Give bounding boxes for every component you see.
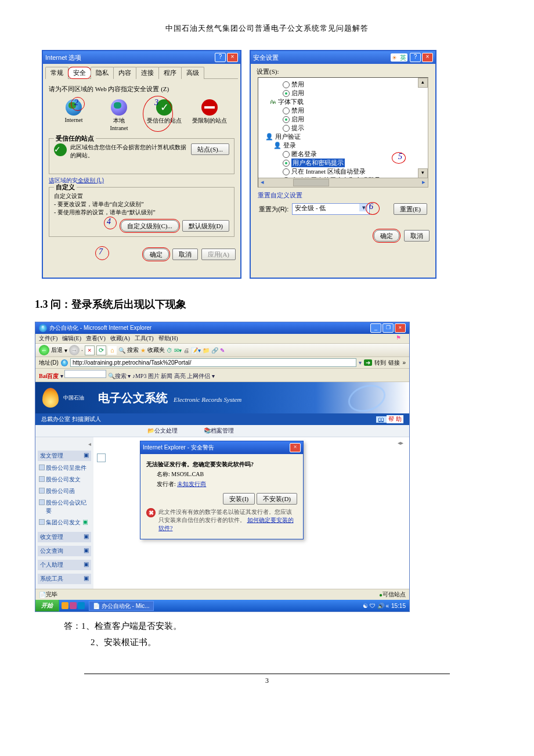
clock: 15:15	[391, 603, 406, 609]
sidebar-group-query[interactable]: 公文查询▣	[38, 546, 91, 556]
close-icon[interactable]: ×	[227, 53, 238, 62]
start-button[interactable]: 开始	[35, 600, 59, 611]
company-logo-icon	[42, 388, 59, 408]
titlebar[interactable]: 安全设置 ☀,英 ? ×	[251, 51, 435, 64]
back-button[interactable]: ←	[39, 345, 49, 355]
sidebar-item[interactable]: 股份公司发文	[38, 474, 91, 485]
sidebar-item[interactable]: 股份公司呈批件	[38, 462, 91, 474]
reset-button[interactable]: 重置(E)	[394, 203, 427, 215]
radio-icon[interactable]	[283, 90, 290, 97]
radio-icon[interactable]	[283, 125, 290, 132]
tab-content[interactable]: 内容	[113, 67, 136, 79]
company-name: 中国石油	[63, 394, 84, 402]
tab-strip: 常规 安全 隐私 内容 连接 程序 高级	[45, 66, 238, 79]
publisher-link[interactable]: 未知发行商	[177, 481, 206, 487]
taskbar-item[interactable]: 📄 办公自动化 - Mic...	[89, 601, 154, 611]
sites-button[interactable]: 站点(S)...	[191, 143, 229, 155]
reset-custom-label: 重置自定义设置	[258, 191, 428, 200]
default-level-button[interactable]: 默认级别(D)	[182, 220, 229, 232]
install-button[interactable]: 安装(I)	[223, 493, 255, 505]
sidebar-group-send[interactable]: 发文管理▣	[38, 451, 91, 461]
browser-icon: e	[39, 324, 47, 332]
stop-icon[interactable]: ×	[85, 345, 95, 355]
tab-connections[interactable]: 连接	[136, 67, 159, 79]
reset-level-combo[interactable]: 安全级 - 低	[292, 203, 370, 215]
sidebar-group-personal[interactable]: 个人助理▣	[38, 560, 91, 570]
dialog-title: Internet 选项	[45, 53, 214, 62]
portal-title-cn: 电子公文系统	[98, 390, 168, 406]
zone-internet[interactable]: Internet	[53, 99, 94, 131]
close-icon[interactable]: ×	[290, 443, 301, 452]
dialog-title: Internet Explorer - 安全警告	[143, 444, 288, 452]
cancel-button[interactable]: 取消	[404, 230, 430, 242]
sidebar-item[interactable]: 股份公司函	[38, 485, 91, 497]
question-1-3-heading: 1.3 问：登录系统后出现以下现象	[35, 297, 499, 311]
reset-to-label: 重置为(R):	[259, 205, 288, 214]
collapse-icon[interactable]: ◂	[38, 441, 91, 447]
help-link[interactable]: 🕮	[376, 416, 387, 423]
close-icon[interactable]: ×	[395, 323, 406, 333]
apply-button[interactable]: 应用(A)	[201, 249, 236, 260]
forward-button[interactable]: →	[69, 345, 80, 355]
link-icon[interactable]: 🔗	[211, 347, 218, 354]
tab-privacy[interactable]: 隐私	[91, 67, 114, 79]
user-icon: 👤	[273, 141, 282, 150]
zone-restricted-sites[interactable]: 受限制的站点	[189, 99, 230, 131]
help-icon[interactable]: ?	[410, 53, 421, 62]
ok-button[interactable]: 确定	[143, 249, 169, 260]
scroll-down-icon[interactable]: ▾	[418, 168, 428, 178]
zone-local-intranet[interactable]: 本地 Intranet	[99, 99, 139, 131]
sidebar-item[interactable]: 股份公司会议纪要	[38, 497, 91, 517]
sidebar-group-tools[interactable]: 系统工具▣	[38, 574, 91, 584]
portal-sidebar: ◂ 发文管理▣ 股份公司呈批件 股份公司发文 股份公司函 股份公司会议纪要 集团…	[35, 437, 93, 589]
print-icon[interactable]: 🖨	[183, 347, 189, 354]
option-userpass-prompt: 用户名和密码提示	[291, 159, 345, 167]
mail-icon[interactable]: ✉▾	[174, 347, 182, 354]
radio-icon[interactable]	[283, 116, 290, 123]
refresh-icon[interactable]: ⟳	[96, 345, 106, 355]
empty-checkbox-icon[interactable]	[97, 453, 106, 462]
history-icon[interactable]: ⏱	[167, 347, 172, 354]
radio-icon[interactable]	[283, 160, 290, 167]
settings-tree[interactable]: 禁用 启用 🗛字体下载 禁用 启用 提示 👤用户验证 👤登录 匿名登录 用户名和…	[258, 77, 428, 188]
tray-icons[interactable]: ☯ 🛡 🔊 «	[363, 603, 389, 609]
titlebar[interactable]: Internet Explorer - 安全警告 ×	[140, 441, 303, 454]
tab-security[interactable]: 安全	[68, 67, 91, 79]
help-icon[interactable]: ?	[215, 53, 226, 62]
dont-install-button[interactable]: 不安装(D)	[257, 493, 297, 505]
tab-general[interactable]: 常规	[45, 67, 68, 79]
custom-level-button[interactable]: 自定义级别(C)...	[121, 220, 179, 232]
answer-line-1: 答：1、检查客户端是否安装。	[64, 618, 499, 634]
radio-icon[interactable]	[283, 168, 290, 175]
toolbar: ← 后退▾ → · × ⟳ ⌂ 🔍搜索 ★收藏夹 ⏱ ✉▾ 🖨 📝▾ 📁 🔗 ✎	[35, 344, 409, 357]
radio-icon[interactable]	[283, 81, 290, 88]
folder-icon[interactable]: 📁	[203, 347, 210, 354]
ie-titlebar[interactable]: e 办公自动化 - Microsoft Internet Explorer _ …	[35, 322, 409, 334]
quick-launch-icon[interactable]	[62, 602, 68, 609]
close-icon[interactable]: ×	[422, 53, 433, 62]
tab-programs[interactable]: 程序	[158, 67, 182, 79]
edit-icon[interactable]: 📝▾	[191, 347, 201, 354]
home-icon[interactable]: ⌂	[108, 346, 117, 355]
scroll-up-icon[interactable]: ▴	[418, 78, 428, 88]
tab-advanced[interactable]: 高级	[181, 67, 204, 79]
go-button[interactable]: ➜	[364, 359, 372, 366]
radio-icon[interactable]	[283, 107, 290, 114]
sidebar-group-recv[interactable]: 收文管理▣	[38, 532, 91, 542]
maximize-icon[interactable]: ❐	[383, 323, 394, 333]
menu-bar[interactable]: 文件(F)编辑(E)查看(V)收藏(A)工具(T)帮助(H) ⚑	[35, 334, 409, 344]
minimize-icon[interactable]: _	[370, 323, 381, 333]
baidu-search-input[interactable]	[64, 370, 106, 378]
quick-launch-icon[interactable]	[78, 602, 85, 609]
quick-launch-icon[interactable]	[70, 602, 77, 609]
scrollbar-thumb[interactable]	[293, 179, 329, 186]
ok-button[interactable]: 确定	[374, 230, 399, 242]
horizontal-scrollbar[interactable]: ◂ ▸	[258, 178, 428, 187]
misc-icon[interactable]: ✎	[220, 347, 225, 354]
sidebar-item[interactable]: 集团公司发文 ▣	[38, 517, 91, 528]
titlebar[interactable]: Internet 选项 ? ×	[43, 51, 240, 64]
radio-icon[interactable]	[283, 151, 290, 158]
cancel-button[interactable]: 取消	[172, 249, 198, 260]
zone-trusted-sites[interactable]: ✓受信任的站点	[144, 99, 185, 131]
url-input[interactable]: http://oatraining.ptr.petrochina/Task%20…	[70, 358, 357, 367]
